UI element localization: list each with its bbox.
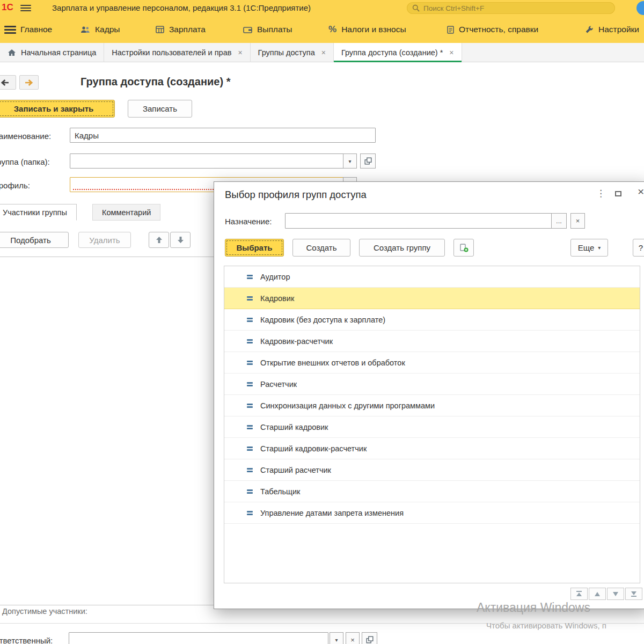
assignment-clear-button[interactable]: × bbox=[570, 213, 585, 229]
profiles-list: Аудитор Кадровик Кадровик (без доступа к… bbox=[224, 266, 640, 583]
tab-access-group-new[interactable]: Группа доступа (создание) * × bbox=[334, 43, 462, 62]
profile-list-item[interactable]: Старший кадровик bbox=[224, 416, 640, 438]
open-windows-tabbar: Начальная страница Настройки пользовател… bbox=[0, 43, 644, 62]
menu-item-taxes[interactable]: % Налоги и взносы bbox=[328, 16, 406, 43]
tab-close-icon[interactable]: × bbox=[321, 48, 326, 57]
tab-user-settings[interactable]: Настройки пользователей и прав × bbox=[104, 43, 250, 62]
sections-toggle-icon[interactable] bbox=[4, 26, 16, 35]
profile-item-icon bbox=[247, 360, 253, 366]
user-avatar[interactable] bbox=[636, 1, 644, 15]
menu-item-payments[interactable]: Выплаты bbox=[243, 16, 292, 43]
select-label: Выбрать bbox=[237, 243, 273, 252]
responsible-dropdown-button[interactable]: ▾ bbox=[330, 632, 343, 644]
profile-item-label: Управление датами запрета изменения bbox=[260, 509, 404, 517]
profile-list-item[interactable]: Кадровик (без доступа к зарплате) bbox=[224, 309, 640, 331]
create-button[interactable]: Создать bbox=[292, 239, 350, 257]
tab-label: Группа доступа (создание) * bbox=[341, 48, 443, 57]
menu-item-reports[interactable]: Отчетность, справки bbox=[447, 16, 538, 43]
scroll-down-button[interactable] bbox=[607, 588, 624, 600]
tab-close-icon[interactable]: × bbox=[238, 48, 242, 57]
create-group-button[interactable]: Создать группу bbox=[359, 239, 445, 257]
1c-logo-icon: 1С bbox=[2, 2, 13, 13]
profile-list-item[interactable]: Старший кадровик-расчетчик bbox=[224, 438, 640, 459]
profile-list-item[interactable]: Аудитор bbox=[224, 266, 640, 288]
save-and-close-button[interactable]: Записать и закрыть bbox=[0, 100, 115, 118]
window-menu-icon[interactable] bbox=[20, 5, 31, 13]
responsible-input[interactable] bbox=[69, 632, 328, 644]
forward-arrow-icon bbox=[25, 79, 33, 86]
tab-group-members[interactable]: Участники группы bbox=[0, 204, 77, 221]
move-down-button[interactable] bbox=[170, 232, 191, 248]
scroll-up-button[interactable] bbox=[589, 588, 606, 600]
menu-item-settings[interactable]: Настройки bbox=[585, 16, 639, 43]
profile-list-item[interactable]: Старший расчетчик bbox=[224, 459, 640, 481]
more-button[interactable]: Еще ▾ bbox=[570, 239, 608, 257]
back-button[interactable] bbox=[0, 75, 16, 90]
app-window: 1С Зарплата и управление персоналом, ред… bbox=[0, 0, 644, 644]
tab-comment[interactable]: Комментарий bbox=[92, 204, 160, 221]
chevron-down-icon: ▾ bbox=[598, 245, 601, 251]
menu-label: Настройки bbox=[598, 25, 639, 34]
profile-item-label: Кадровик-расчетчик bbox=[260, 337, 333, 346]
tab-home[interactable]: Начальная страница bbox=[0, 43, 104, 62]
group-open-button[interactable] bbox=[360, 153, 376, 169]
scroll-to-top-button[interactable] bbox=[570, 588, 588, 600]
menu-item-main[interactable]: Главное bbox=[20, 16, 52, 43]
group-dropdown-button[interactable]: ▾ bbox=[343, 153, 357, 169]
profile-list-item-selected[interactable]: Кадровик bbox=[224, 288, 640, 309]
tab-label: Группы доступа bbox=[258, 48, 315, 57]
assignment-input[interactable] bbox=[285, 213, 552, 229]
responsible-clear-button[interactable]: × bbox=[346, 632, 360, 644]
wallet-icon bbox=[243, 26, 252, 33]
profile-item-label: Старший расчетчик bbox=[260, 466, 331, 474]
kebab-menu-icon[interactable]: ⋮ bbox=[593, 187, 609, 200]
more-label: Еще bbox=[578, 243, 595, 252]
remove-member-button[interactable]: Удалить bbox=[78, 232, 131, 248]
menu-label: Главное bbox=[20, 25, 52, 34]
name-value: Кадры bbox=[75, 131, 99, 140]
profile-item-icon bbox=[247, 424, 253, 430]
forward-button[interactable] bbox=[19, 75, 39, 90]
scroll-top-icon bbox=[576, 591, 582, 597]
assignment-choose-button[interactable]: ... bbox=[551, 213, 567, 229]
search-placeholder: Поиск Ctrl+Shift+F bbox=[423, 4, 484, 12]
menu-item-hr[interactable]: Кадры bbox=[80, 16, 120, 43]
tab-label: Настройки пользователей и прав bbox=[112, 48, 231, 57]
profile-list-item[interactable]: Табельщик bbox=[224, 481, 640, 502]
arrow-up-icon bbox=[156, 237, 162, 243]
help-button[interactable]: ? bbox=[633, 239, 644, 257]
name-input[interactable]: Кадры bbox=[70, 128, 376, 143]
pick-members-button[interactable]: Подобрать bbox=[0, 232, 69, 248]
profile-list-item[interactable]: Расчетчик bbox=[224, 374, 640, 395]
pick-label: Подобрать bbox=[10, 236, 51, 245]
chevron-down-icon: ▾ bbox=[348, 158, 351, 164]
group-field-label: Группа (папка): bbox=[0, 157, 50, 166]
tab-close-icon[interactable]: × bbox=[449, 48, 453, 57]
menu-label: Зарплата bbox=[169, 25, 206, 34]
search-icon bbox=[412, 4, 420, 12]
menu-item-salary[interactable]: Зарплата bbox=[156, 16, 206, 43]
profile-list-item[interactable]: Управление датами запрета изменения bbox=[224, 502, 640, 524]
tab-label: Комментарий bbox=[102, 208, 151, 217]
maximize-icon[interactable] bbox=[615, 191, 621, 196]
page-title: Группа доступа (создание) * bbox=[80, 76, 230, 88]
profile-field-label: Профиль: bbox=[0, 181, 30, 190]
clear-icon: × bbox=[350, 636, 355, 644]
select-button[interactable]: Выбрать bbox=[225, 239, 284, 257]
group-input[interactable] bbox=[70, 153, 343, 169]
profile-list-item[interactable]: Кадровик-расчетчик bbox=[224, 331, 640, 352]
tab-access-groups[interactable]: Группы доступа × bbox=[251, 43, 334, 62]
responsible-open-button[interactable] bbox=[362, 632, 377, 644]
create-label: Создать bbox=[306, 243, 336, 252]
move-up-button[interactable] bbox=[149, 232, 169, 248]
name-field-label: Наименование: bbox=[0, 131, 51, 141]
report-icon bbox=[447, 26, 454, 34]
dialog-close-icon[interactable]: × bbox=[635, 185, 644, 198]
global-search-input[interactable]: Поиск Ctrl+Shift+F bbox=[407, 2, 615, 14]
create-new-group-icon-button[interactable] bbox=[453, 239, 474, 257]
profile-list-item[interactable]: Синхронизация данных с другими программа… bbox=[224, 395, 640, 416]
assignment-label: Назначение: bbox=[225, 217, 272, 226]
scroll-to-bottom-button[interactable] bbox=[625, 588, 642, 600]
profile-list-item[interactable]: Открытие внешних отчетов и обработок bbox=[224, 352, 640, 374]
save-button[interactable]: Записать bbox=[128, 100, 192, 118]
